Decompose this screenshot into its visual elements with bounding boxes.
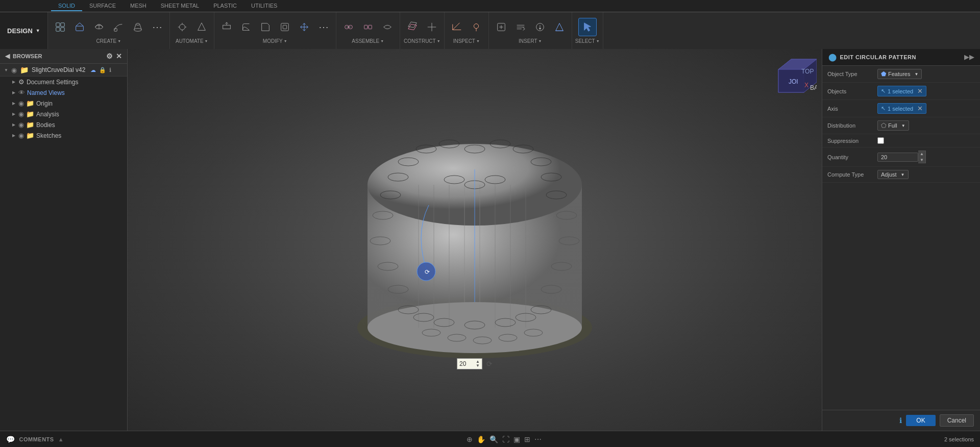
distribution-dropdown[interactable]: ⬠ Full ▼	[877, 120, 909, 131]
motion-link-icon[interactable]	[378, 18, 397, 36]
browser-item-bodies[interactable]: ▶ ◉ 📁 Bodies	[0, 119, 127, 130]
tab-utilities[interactable]: UTILITIES	[244, 1, 284, 11]
objects-clear-icon[interactable]: ✕	[917, 87, 923, 95]
comments-expand-icon[interactable]: ▲	[58, 436, 64, 442]
bodies-label: Bodies	[36, 121, 55, 129]
pan-icon[interactable]: ✋	[477, 435, 485, 443]
browser-panel: ◀ BROWSER ⚙ ✕ ▼ ◉ 📁 SlightCruveDial v42 …	[0, 49, 128, 431]
nav-cube[interactable]: JOI TOP X BACK	[776, 54, 817, 95]
revolve-icon[interactable]	[90, 18, 108, 36]
insert-chevron-icon: ▼	[538, 39, 542, 43]
browser-item-document-settings[interactable]: ▶ ⚙ Document Settings	[0, 77, 127, 87]
browser-item-origin[interactable]: ▶ ◉ 📁 Origin	[0, 98, 127, 109]
create-label[interactable]: CREATE ▼	[96, 38, 121, 44]
insert4-icon[interactable]	[550, 18, 569, 36]
compute-type-dropdown[interactable]: Adjust ▼	[877, 170, 909, 179]
browser-item-analysis[interactable]: ▶ ◉ 📁 Analysis	[0, 109, 127, 119]
measure-icon[interactable]	[448, 18, 466, 36]
move-icon[interactable]	[295, 18, 313, 36]
distribution-label: Distribution	[827, 122, 873, 129]
fillet-icon[interactable]	[237, 18, 255, 36]
qty-down-icon[interactable]: ▼	[476, 364, 480, 368]
suppression-row: Suppression	[822, 134, 980, 147]
fit-icon[interactable]: ⛶	[502, 435, 509, 443]
chamfer-icon[interactable]	[256, 18, 275, 36]
orbit-icon[interactable]: ⊕	[467, 435, 473, 443]
gear-icon: ⚙	[18, 78, 24, 86]
automate2-icon[interactable]	[192, 18, 211, 36]
cancel-button[interactable]: Cancel	[940, 414, 974, 427]
shell-icon[interactable]	[276, 18, 294, 36]
axis-row: Axis ↖ 1 selected ✕	[822, 100, 980, 117]
tab-plastic[interactable]: PLASTIC	[206, 1, 244, 11]
objects-selected-badge[interactable]: ↖ 1 selected ✕	[877, 86, 926, 96]
construct2-icon[interactable]	[423, 18, 441, 36]
automate1-icon[interactable]	[173, 18, 191, 36]
panel-collapse-icon[interactable]: ▶▶	[964, 54, 974, 61]
browser-item-sketches[interactable]: ▶ ◉ 📁 Sketches	[0, 130, 127, 141]
comments-icon: 💬	[6, 435, 15, 443]
suppression-checkbox[interactable]	[877, 137, 884, 144]
quantity-up-icon[interactable]: ▲	[918, 151, 925, 157]
inspect-label[interactable]: INSPECT ▼	[453, 38, 480, 44]
press-pull-icon[interactable]	[217, 18, 236, 36]
select-label[interactable]: SELECT ▼	[575, 38, 600, 44]
viewport[interactable]: ⟳ 20 ▲ ▼ ⟳ JOI TOP X BACK	[128, 49, 822, 431]
quantity-input[interactable]	[877, 153, 918, 162]
browser-title: BROWSER	[13, 53, 42, 59]
offset-plane-icon[interactable]	[403, 18, 422, 36]
browser-settings-icon[interactable]: ⚙	[106, 52, 113, 60]
joint-icon[interactable]	[339, 18, 358, 36]
inspect2-icon[interactable]	[467, 18, 485, 36]
rigid-joint-icon[interactable]	[359, 18, 377, 36]
new-component-icon[interactable]	[51, 18, 69, 36]
more-create-icon[interactable]: ⋯	[148, 18, 166, 36]
tab-mesh[interactable]: MESH	[123, 1, 154, 11]
triangle-right-icon: ▶	[12, 80, 15, 84]
axis-selected-badge[interactable]: ↖ 1 selected ✕	[877, 103, 926, 114]
svg-point-11	[179, 24, 185, 30]
modify-label[interactable]: MODIFY ▼	[263, 38, 287, 44]
insert3-icon[interactable]	[531, 18, 549, 36]
info-doc-icon[interactable]: ℹ	[109, 67, 111, 73]
zoom-icon[interactable]: 🔍	[489, 435, 498, 443]
automate-label[interactable]: AUTOMATE ▼	[176, 38, 208, 44]
quantity-label: Quantity	[827, 154, 873, 160]
object-type-dropdown[interactable]: ⬟ Features ▼	[877, 69, 922, 79]
eye-icon[interactable]: ◉	[11, 66, 17, 74]
tab-surface[interactable]: SURFACE	[82, 1, 123, 11]
lock-icon: 🔒	[99, 67, 106, 73]
insert1-icon[interactable]	[492, 18, 510, 36]
view-options-icon[interactable]: ⋯	[534, 435, 542, 443]
svg-rect-3	[61, 27, 64, 31]
inspect-section: INSPECT ▼	[445, 12, 489, 49]
assemble-label[interactable]: ASSEMBLE ▼	[352, 38, 384, 44]
grid-icon[interactable]: ⊞	[524, 435, 530, 443]
sweep-icon[interactable]	[109, 18, 128, 36]
extrude-icon[interactable]	[70, 18, 89, 36]
info-icon[interactable]: ℹ	[899, 416, 902, 425]
ok-button[interactable]: OK	[906, 415, 935, 426]
design-button[interactable]: DESIGN ▼	[0, 12, 48, 49]
display-mode-icon[interactable]: ▣	[513, 435, 520, 443]
loft-icon[interactable]	[129, 18, 147, 36]
tab-solid[interactable]: SOLID	[51, 1, 82, 11]
comments-section[interactable]: 💬 COMMENTS ▲	[6, 435, 64, 443]
construct-label[interactable]: CONSTRUCT ▼	[404, 38, 440, 44]
select-icon[interactable]	[578, 18, 597, 36]
recalculate-icon[interactable]: ⟳	[486, 360, 493, 368]
svg-rect-16	[281, 23, 288, 31]
quantity-down-icon[interactable]: ▼	[918, 157, 925, 163]
tab-sheet-metal[interactable]: SHEET METAL	[154, 1, 206, 11]
browser-close-icon[interactable]: ✕	[116, 52, 122, 60]
insert-label[interactable]: INSERT ▼	[519, 38, 542, 44]
browser-item-named-views[interactable]: ▶ 👁 Named Views	[0, 87, 127, 98]
axis-clear-icon[interactable]: ✕	[917, 105, 923, 112]
svg-rect-1	[61, 22, 64, 26]
browser-collapse-icon[interactable]: ◀	[5, 53, 10, 60]
right-panel: ⬤ EDIT CIRCULAR PATTERN ▶▶ Object Type ⬟…	[822, 49, 980, 431]
insert2-icon[interactable]	[511, 18, 530, 36]
svg-point-39	[368, 302, 582, 353]
more-modify-icon[interactable]: ⋯	[314, 18, 333, 36]
document-root[interactable]: ▼ ◉ 📁 SlightCruveDial v42 ☁ 🔒 ℹ	[0, 64, 127, 77]
